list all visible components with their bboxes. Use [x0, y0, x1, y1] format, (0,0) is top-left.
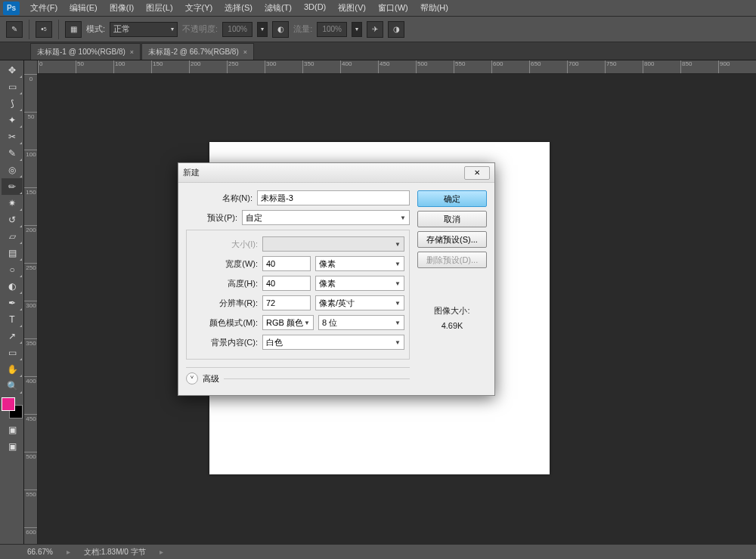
edit-mode-icon[interactable]: ▣ — [2, 422, 23, 438]
size-label: 大小(I): — [191, 239, 258, 250]
marquee-tool[interactable]: ▭ — [2, 79, 23, 95]
preset-select[interactable]: 自定▼ — [242, 210, 410, 225]
type-tool[interactable]: T — [2, 311, 23, 328]
menu-item[interactable]: 编辑(E) — [64, 1, 104, 15]
color-swatches[interactable] — [2, 397, 23, 418]
height-unit-select[interactable]: 像素▼ — [315, 276, 404, 291]
ruler-tick: 400 — [340, 60, 352, 74]
crop-tool[interactable]: ✂ — [2, 128, 23, 145]
ruler-tick: 150 — [151, 60, 163, 74]
dodge-tool[interactable]: ◐ — [2, 278, 23, 295]
doc-info: 文档:1.83M/0 字节 — [84, 547, 146, 557]
zoom-tool[interactable]: 🔍 — [2, 378, 23, 394]
move-tool[interactable]: ✥ — [2, 62, 23, 79]
ruler-tick: 50 — [24, 112, 38, 120]
wand-tool[interactable]: ✦ — [2, 112, 23, 128]
ruler-tick: 250 — [24, 263, 38, 271]
pen-tool[interactable]: ✒ — [2, 295, 23, 311]
menu-item[interactable]: 窗口(W) — [372, 1, 414, 15]
shape-tool[interactable]: ▭ — [2, 344, 23, 361]
menu-item[interactable]: 选择(S) — [218, 1, 259, 15]
stamp-tool[interactable]: ✷ — [2, 195, 23, 212]
eraser-tool[interactable]: ▱ — [2, 228, 23, 245]
resolution-unit-select[interactable]: 像素/英寸▼ — [315, 295, 404, 310]
chevron-down-icon: ▼ — [400, 215, 406, 221]
ruler-tick: 700 — [567, 60, 578, 74]
ruler-tick: 200 — [24, 225, 38, 233]
ruler-tick: 650 — [529, 60, 541, 74]
foreground-color-swatch[interactable] — [2, 397, 15, 411]
pressure-opacity-icon[interactable]: ◐ — [272, 21, 289, 38]
menu-item[interactable]: 3D(D) — [298, 1, 332, 15]
gradient-tool[interactable]: ▤ — [2, 245, 23, 261]
flow-arrow-icon[interactable]: ▾ — [352, 22, 362, 37]
preset-label: 预设(P): — [186, 212, 237, 224]
menu-bar: Ps 文件(F)编辑(E)图像(I)图层(L)文字(Y)选择(S)滤镜(T)3D… — [0, 0, 756, 17]
ruler-tick: 0 — [24, 74, 38, 82]
toolbox: ✥▭⟆✦✂✎◎✏✷↺▱▤○◐✒T↗▭✋🔍▣▣ — [0, 60, 24, 544]
mode-label: 模式: — [86, 23, 105, 35]
brush-tool[interactable]: ✏ — [2, 178, 23, 195]
ruler-tick: 900 — [718, 60, 730, 74]
ruler-tick: 200 — [189, 60, 200, 74]
chevron-right-icon[interactable]: ▸ — [67, 548, 70, 556]
background-select[interactable]: 白色▼ — [262, 335, 404, 350]
zoom-value[interactable]: 66.67% — [27, 548, 53, 556]
flow-value[interactable]: 100% — [317, 22, 347, 37]
ruler-tick: 50 — [76, 60, 84, 74]
tab-label: 未标题-2 @ 66.7%(RGB/8) — [148, 47, 239, 57]
chevron-down-icon: ▼ — [395, 320, 401, 326]
menu-item[interactable]: 视图(V) — [332, 1, 372, 15]
blur-tool[interactable]: ○ — [2, 261, 23, 278]
path-tool[interactable]: ↗ — [2, 328, 23, 344]
name-input[interactable]: 未标题-3 — [257, 190, 410, 205]
history-tool[interactable]: ↺ — [2, 212, 23, 228]
pressure-size-icon[interactable]: ◑ — [388, 21, 404, 38]
chevron-down-icon: ▼ — [395, 261, 401, 267]
ruler-tick: 100 — [24, 150, 38, 158]
dialog-titlebar[interactable]: 新建 ✕ — [178, 163, 494, 183]
ruler-tick: 100 — [113, 60, 125, 74]
hand-tool[interactable]: ✋ — [2, 361, 23, 378]
airbrush-icon[interactable]: ✈ — [367, 21, 383, 38]
ruler-tick: 800 — [643, 60, 654, 74]
eyedropper-tool[interactable]: ✎ — [2, 145, 23, 162]
menu-item[interactable]: 文件(F) — [24, 1, 64, 15]
menu-item[interactable]: 帮助(H) — [414, 1, 454, 15]
close-icon[interactable]: × — [243, 48, 247, 56]
close-button[interactable]: ✕ — [464, 166, 490, 180]
lasso-tool[interactable]: ⟆ — [2, 95, 23, 112]
tab-label: 未标题-1 @ 100%(RGB/8) — [37, 47, 125, 57]
menu-item[interactable]: 图层(L) — [140, 1, 178, 15]
menu-item[interactable]: 图像(I) — [104, 1, 140, 15]
bit-depth-select[interactable]: 8 位▼ — [318, 315, 404, 330]
screen-mode-icon[interactable]: ▣ — [2, 438, 23, 455]
chevron-right-icon[interactable]: ▸ — [160, 548, 163, 556]
image-size-label: 图像大小: — [417, 305, 487, 317]
ruler-tick: 850 — [680, 60, 692, 74]
mode-select[interactable]: 正常▾ — [110, 22, 178, 37]
color-mode-select[interactable]: RGB 颜色▼ — [262, 315, 314, 330]
advanced-toggle[interactable]: ⱽ — [186, 372, 198, 385]
tool-preset-icon[interactable]: ✎ — [6, 21, 23, 38]
menu-item[interactable]: 滤镜(T) — [259, 1, 298, 15]
document-tab[interactable]: 未标题-1 @ 100%(RGB/8)× — [30, 43, 141, 60]
menu-item[interactable]: 文字(Y) — [179, 1, 219, 15]
opacity-arrow-icon[interactable]: ▾ — [257, 22, 268, 37]
width-input[interactable]: 40 — [262, 256, 311, 271]
brush-panel-icon[interactable]: ▦ — [65, 21, 82, 38]
resolution-input[interactable]: 72 — [262, 295, 311, 310]
chevron-down-icon: ▼ — [395, 241, 401, 248]
cancel-button[interactable]: 取消 — [417, 211, 487, 227]
save-preset-button[interactable]: 存储预设(S)... — [417, 231, 487, 248]
new-document-dialog: 新建 ✕ 名称(N): 未标题-3 预设(P): 自定▼ 大小(I): ▼ 宽度… — [178, 162, 495, 396]
height-input[interactable]: 40 — [262, 276, 311, 291]
width-unit-select[interactable]: 像素▼ — [315, 256, 404, 271]
brush-preset-icon[interactable]: •5 — [36, 21, 52, 38]
document-tab[interactable]: 未标题-2 @ 66.7%(RGB/8)× — [141, 43, 254, 60]
opacity-value[interactable]: 100% — [222, 22, 253, 37]
ruler-tick: 500 — [416, 60, 427, 74]
close-icon[interactable]: × — [130, 48, 134, 56]
ok-button[interactable]: 确定 — [417, 190, 487, 207]
spot-tool[interactable]: ◎ — [2, 162, 23, 178]
